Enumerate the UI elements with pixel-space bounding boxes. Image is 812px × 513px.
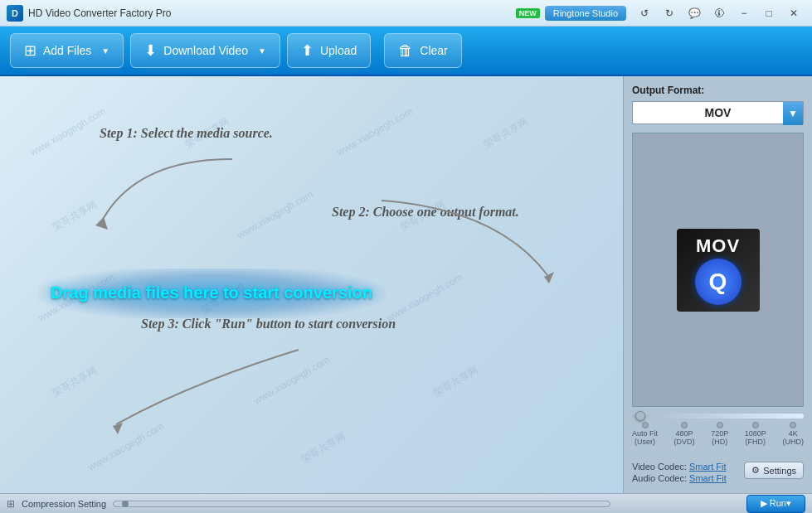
quicktime-icon: Q	[695, 259, 741, 305]
res-dot-circle	[681, 422, 688, 428]
arrow1-icon	[50, 143, 265, 242]
svg-marker-1	[544, 272, 554, 283]
add-files-button[interactable]: ⊞ Add Files ▼	[10, 33, 124, 68]
watermark: 荣哥共享网	[299, 429, 348, 467]
ringtone-studio-button[interactable]: Ringtone Studio	[545, 6, 626, 21]
watermark: www.xiaogegh.com	[384, 271, 464, 324]
drag-hint-text: Drag media files here to start conversio…	[51, 283, 372, 302]
resolution-slider-track[interactable]	[632, 414, 804, 419]
close-button[interactable]: ✕	[782, 4, 805, 22]
clear-label: Clear	[420, 44, 447, 57]
right-panel: Output Format: MOV ▼ MOV Q	[623, 76, 812, 493]
step2-text: Step 2: Choose one output format.	[332, 205, 519, 220]
format-preview: MOV Q	[632, 133, 804, 407]
toolbar: ⊞ Add Files ▼ ⬇ Download Video ▼ ⬆ Uploa…	[0, 27, 812, 76]
compression-icon: ⊞	[7, 498, 15, 510]
upload-icon: ⬆	[301, 41, 314, 60]
new-badge: NEW	[516, 8, 540, 18]
res-dot-label: 1080P(FHD)	[745, 430, 766, 447]
watermark: www.xiaogegh.com	[235, 188, 315, 241]
add-files-icon: ⊞	[24, 41, 36, 60]
compression-label: Compression Setting	[22, 499, 106, 509]
video-codec-value[interactable]: Smart Fit	[689, 462, 727, 472]
resolution-section: Auto Fit(User) 480P(DVD) 720P(HD) 1080P(…	[632, 414, 804, 447]
step1-text: Step 1: Select the media source.	[100, 126, 273, 141]
watermark: 荣哥共享网	[50, 363, 100, 400]
res-dot-720p[interactable]: 720P(HD)	[711, 422, 728, 447]
codec-info: ⚙ Settings Video Codec: Smart Fit Audio …	[632, 457, 804, 485]
download-video-icon: ⬇	[144, 41, 157, 60]
watermark: www.xiaogegh.com	[85, 420, 166, 473]
res-dot-circle	[717, 422, 723, 428]
res-dot-circle	[790, 422, 796, 428]
format-dropdown-arrow-icon: ▼	[783, 102, 803, 125]
download-video-button[interactable]: ⬇ Download Video ▼	[130, 33, 280, 68]
watermark: 荣哥共享网	[50, 197, 100, 235]
svg-marker-0	[95, 217, 108, 230]
watermark: www.xiaogegh.com	[27, 105, 108, 158]
app-icon: D	[7, 5, 23, 22]
res-dot-label: 480P(DVD)	[674, 430, 695, 447]
upload-button[interactable]: ⬆ Upload	[287, 33, 371, 68]
res-dot-circle	[642, 422, 649, 428]
format-select-display[interactable]: MOV ▼	[632, 101, 804, 124]
res-dot-label: 4K(UHD)	[782, 430, 804, 447]
res-dot-label: Auto Fit(User)	[632, 430, 658, 447]
mov-format-icon: MOV Q	[677, 229, 760, 312]
resolution-slider-thumb[interactable]	[635, 411, 645, 421]
maximize-button[interactable]: □	[757, 4, 780, 22]
main-layout: www.xiaogegh.com 荣哥共享网 www.xiaogegh.com …	[0, 76, 812, 493]
progress-thumb[interactable]	[122, 501, 129, 507]
run-button[interactable]: ▶ Run▾	[746, 495, 805, 513]
add-files-dropdown-icon: ▼	[101, 46, 109, 56]
audio-codec-value[interactable]: Smart Fit	[689, 473, 727, 483]
chat-button[interactable]: 💬	[683, 4, 706, 22]
clear-icon: 🗑	[398, 42, 413, 60]
svg-marker-2	[113, 423, 123, 434]
clear-button[interactable]: 🗑 Clear	[384, 33, 461, 68]
watermark: www.xiaogegh.com	[251, 354, 332, 407]
format-value: MOV	[705, 106, 732, 119]
drag-hint-area[interactable]: Drag media files here to start conversio…	[37, 269, 386, 318]
video-codec-label: Video Codec:	[632, 462, 687, 472]
app-title: HD Video Converter Factory Pro	[28, 7, 516, 19]
res-dot-label: 720P(HD)	[711, 430, 728, 447]
watermark: www.xiaogegh.com	[334, 105, 415, 158]
res-dot-4k[interactable]: 4K(UHD)	[782, 422, 804, 447]
settings-label: Settings	[763, 466, 796, 476]
settings-gear-icon: ⚙	[751, 465, 760, 476]
undo-button[interactable]: ↺	[633, 4, 656, 22]
output-format-label: Output Format:	[632, 85, 804, 96]
progress-track[interactable]	[113, 501, 610, 507]
audio-codec-label: Audio Codec:	[632, 473, 687, 483]
res-dot-circle	[752, 422, 759, 428]
settings-button[interactable]: ⚙ Settings	[744, 462, 804, 479]
window-controls: ↺ ↻ 💬 🛈 − □ ✕	[633, 4, 805, 22]
download-video-dropdown-icon: ▼	[258, 46, 266, 56]
resolution-dots: Auto Fit(User) 480P(DVD) 720P(HD) 1080P(…	[632, 422, 804, 447]
statusbar: ⊞ Compression Setting ▶ Run▾	[0, 493, 812, 513]
mov-label: MOV	[696, 235, 740, 257]
format-select-wrapper[interactable]: MOV ▼	[632, 101, 804, 124]
res-dot-1080p[interactable]: 1080P(FHD)	[745, 422, 766, 447]
step3-text: Step 3: Click "Run" button to start conv…	[141, 317, 396, 332]
info-button[interactable]: 🛈	[707, 4, 731, 22]
watermark: 荣哥共享网	[481, 114, 531, 152]
titlebar: D HD Video Converter Factory Pro NEW Rin…	[0, 0, 812, 27]
watermark: 荣哥共享网	[431, 363, 481, 400]
res-dot-autofit[interactable]: Auto Fit(User)	[632, 422, 658, 447]
minimize-button[interactable]: −	[732, 4, 756, 22]
add-files-label: Add Files	[43, 44, 91, 57]
arrow3-icon	[66, 333, 315, 441]
download-video-label: Download Video	[163, 44, 248, 57]
upload-label: Upload	[320, 44, 357, 57]
res-dot-480p[interactable]: 480P(DVD)	[674, 422, 695, 447]
drop-area[interactable]: www.xiaogegh.com 荣哥共享网 www.xiaogegh.com …	[0, 76, 623, 493]
redo-button[interactable]: ↻	[658, 4, 681, 22]
